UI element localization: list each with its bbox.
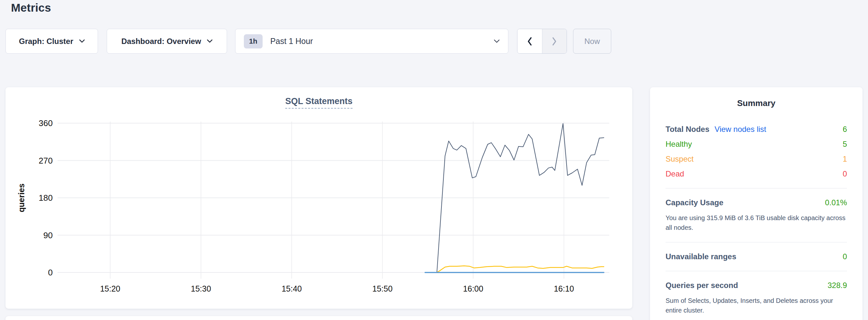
total-nodes-value: 6 [843,125,847,134]
chevron-down-icon [207,39,213,43]
time-nav-group [517,29,567,54]
metrics-page: Metrics Graph: Cluster Dashboard: Overvi… [0,0,868,320]
now-button[interactable]: Now [573,29,611,54]
x-tick-label: 15:20 [100,284,120,293]
dashboard-dropdown-label: Dashboard: Overview [121,37,201,46]
view-nodes-list-link[interactable]: View nodes list [715,125,767,134]
capacity-description: You are using 315.9 MiB of 3.6 TiB usabl… [665,213,847,232]
summary-panel: Summary Total Nodes View nodes list 6 He… [650,87,863,320]
divider [665,188,847,188]
unavailable-ranges-row: Unavailable ranges 0 [665,252,847,261]
suspect-value: 1 [843,155,847,164]
suspect-row: Suspect 1 [665,155,847,164]
time-range-selector[interactable]: 1h Past 1 Hour [235,29,508,54]
summary-title: Summary [665,98,847,108]
prev-time-button[interactable] [518,29,542,53]
sql-statements-chart: 15:2015:3015:4015:5016:0016:100901802703… [5,87,632,309]
graph-dropdown[interactable]: Graph: Cluster [5,29,98,54]
chevron-down-icon [79,39,85,43]
dead-label: Dead [665,169,684,179]
y-tick-label: 180 [39,193,53,203]
qps-label: Queries per second [665,281,738,290]
unavailable-ranges-label: Unavailable ranges [665,252,736,261]
healthy-label: Healthy [665,140,692,149]
healthy-row: Healthy 5 [665,140,847,149]
y-tick-label: 0 [48,268,53,277]
x-tick-label: 15:50 [372,284,393,293]
qps-description: Sum of Selects, Updates, Inserts, and De… [665,296,847,315]
dead-value: 0 [843,169,847,179]
time-range-label: Past 1 Hour [270,36,313,46]
suspect-label: Suspect [665,155,694,164]
page-title: Metrics [11,0,51,15]
x-tick-label: 15:30 [191,284,211,293]
chart-title[interactable]: SQL Statements [285,96,352,108]
graph-dropdown-label: Graph: Cluster [19,37,73,46]
x-tick-label: 16:00 [463,284,484,293]
chevron-right-icon [552,37,557,46]
series-line-yellow-series [437,266,604,273]
capacity-label: Capacity Usage [665,198,723,207]
y-tick-label: 90 [43,230,53,240]
x-tick-label: 16:10 [554,284,574,293]
total-nodes-label: Total Nodes [665,125,710,134]
y-tick-label: 360 [39,118,53,128]
total-nodes-row: Total Nodes View nodes list 6 [665,125,847,134]
y-tick-label: 270 [39,156,53,165]
divider [665,242,847,243]
divider [665,271,847,271]
qps-row: Queries per second 328.9 [665,281,847,290]
capacity-value: 0.01% [825,198,847,207]
dead-row: Dead 0 [665,169,847,179]
capacity-row: Capacity Usage 0.01% [665,198,847,207]
unavailable-ranges-value: 0 [843,252,847,261]
next-chart-card [5,316,632,320]
qps-value: 328.9 [828,281,847,290]
next-time-button[interactable] [542,29,567,53]
sql-statements-card: SQL Statements 15:2015:3015:4015:5016:00… [5,87,632,309]
y-axis-label: queries [17,184,26,212]
time-range-badge: 1h [244,34,262,49]
healthy-value: 5 [843,140,847,149]
chart-title-wrap: SQL Statements [5,96,632,108]
chevron-left-icon [527,37,532,46]
x-tick-label: 15:40 [282,284,302,293]
chevron-down-icon [494,39,500,43]
dashboard-dropdown[interactable]: Dashboard: Overview [107,29,227,54]
